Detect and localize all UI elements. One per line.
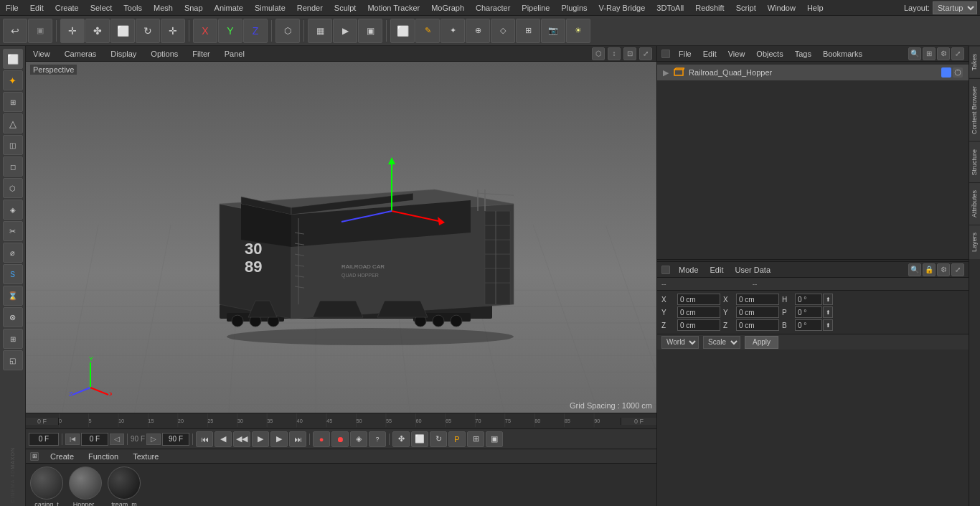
play-reverse-button[interactable]: ◀◀ (233, 431, 250, 447)
render-active-button[interactable]: ▶ (333, 19, 357, 43)
prev-keyframe-button[interactable]: |◀ (65, 434, 80, 445)
record-button[interactable]: ● (313, 431, 330, 447)
menu-select[interactable]: Select (85, 2, 118, 14)
character-button[interactable]: ◇ (491, 19, 515, 43)
obj-filter-button[interactable]: ⊞ (923, 47, 936, 60)
tool-5[interactable]: ◫ (3, 135, 23, 155)
menu-redshift[interactable]: Redshift (689, 2, 730, 14)
keyframe-sel-button[interactable]: ◈ (350, 431, 367, 447)
auto-key-button[interactable]: ⏺ (331, 431, 349, 447)
timeline-ruler[interactable]: 0 5 10 15 20 25 30 35 40 (59, 413, 621, 428)
tab-takes[interactable]: Takes (969, 46, 981, 78)
step-forward-button[interactable]: ▶ (270, 431, 288, 447)
transform-tool-button[interactable]: ✛ (161, 19, 185, 43)
menu-tools[interactable]: Tools (118, 2, 148, 14)
coord-b-arrow[interactable]: ⬆ (823, 319, 833, 331)
y-axis-button[interactable]: Y (218, 19, 242, 43)
viewport-ctrl-maximize[interactable]: ⤢ (639, 47, 652, 60)
tool-12[interactable]: ⌛ (3, 286, 23, 306)
rotate-tool-button[interactable]: ↻ (136, 19, 160, 43)
obj-menu-objects[interactable]: Objects (753, 49, 786, 59)
select-tool-button[interactable]: ✛ (60, 19, 85, 43)
attr-menu-userdata[interactable]: User Data (732, 265, 774, 275)
redo-button[interactable]: ▣ (28, 19, 52, 43)
menu-render[interactable]: Render (291, 2, 329, 14)
preview-start-field[interactable] (81, 433, 108, 446)
coord-p-arrow[interactable]: ⬆ (823, 306, 833, 318)
material-item-0[interactable]: casing_t (30, 467, 63, 506)
menu-sculpt[interactable]: Sculpt (329, 2, 362, 14)
go-start-button[interactable]: ⏮ (196, 431, 213, 447)
tool-11[interactable]: S (3, 264, 23, 284)
menu-snap[interactable]: Snap (179, 2, 209, 14)
step-back-button[interactable]: ◀ (215, 431, 232, 447)
viewport-menu-cameras[interactable]: Cameras (62, 48, 100, 60)
current-frame-field[interactable] (29, 433, 59, 446)
object-tag-gray[interactable] (953, 67, 963, 78)
undo-button[interactable]: ↩ (3, 19, 27, 43)
material-menu-function[interactable]: Function (85, 451, 121, 462)
menu-plugins[interactable]: Plugins (555, 2, 593, 14)
transport-tool-5[interactable]: ⊞ (467, 431, 484, 447)
viewport-ctrl-2[interactable]: ↕ (608, 47, 621, 60)
viewport-menu-filter[interactable]: Filter (189, 48, 212, 60)
menu-window[interactable]: Window (762, 2, 801, 14)
obj-expand-button[interactable]: ⤢ (951, 47, 964, 60)
go-end-button[interactable]: ⏭ (289, 431, 306, 447)
tab-content-browser[interactable]: Content Browser (969, 78, 981, 141)
tool-magnet[interactable]: ⊗ (3, 307, 23, 327)
mograph-button[interactable]: ⊕ (466, 19, 490, 43)
menu-pipeline[interactable]: Pipeline (516, 2, 555, 14)
move-tool-button[interactable]: ✤ (85, 19, 110, 43)
obj-menu-view[interactable]: View (725, 49, 748, 59)
z-axis-button[interactable]: Z (243, 19, 268, 43)
viewport-menu-options[interactable]: Options (148, 48, 181, 60)
fps-button[interactable]: ? (369, 431, 386, 447)
attr-search-button[interactable]: 🔍 (908, 263, 921, 276)
coord-z2-field[interactable] (736, 319, 779, 331)
tool-3[interactable]: ⊞ (3, 92, 23, 112)
attr-menu-mode[interactable]: Mode (676, 265, 702, 275)
viewport-ctrl-3[interactable]: ⊡ (623, 47, 636, 60)
cube-button[interactable]: ⬜ (390, 19, 415, 43)
tab-layers[interactable]: Layers (969, 225, 981, 259)
coord-h-field[interactable] (795, 294, 822, 305)
viewport-menu-view[interactable]: View (30, 48, 53, 60)
object-button[interactable]: ⬡ (275, 19, 300, 43)
coord-b-field[interactable] (795, 319, 822, 331)
material-item-1[interactable]: Hopper_ (69, 467, 102, 506)
coord-p-field[interactable] (795, 306, 822, 318)
tool-select[interactable]: ⬜ (3, 49, 23, 69)
transport-tool-1[interactable]: ✤ (392, 431, 410, 447)
menu-animate[interactable]: Animate (209, 2, 249, 14)
tool-7[interactable]: ⬡ (3, 178, 23, 198)
grid-button[interactable]: ⊞ (516, 19, 540, 43)
menu-vray[interactable]: V-Ray Bridge (593, 2, 651, 14)
tab-attributes[interactable]: Attributes (969, 182, 981, 225)
material-menu-texture[interactable]: Texture (130, 451, 161, 462)
obj-menu-edit[interactable]: Edit (700, 49, 720, 59)
frame-left-arrow[interactable]: ◁ (110, 434, 124, 445)
viewport-ctrl-1[interactable]: ⬡ (592, 47, 605, 60)
attr-settings-button[interactable]: ⚙ (937, 263, 950, 276)
play-button[interactable]: ▶ (252, 431, 269, 447)
tool-10[interactable]: ⌀ (3, 243, 23, 263)
transport-tool-4[interactable]: P (448, 431, 466, 447)
menu-motion-tracker[interactable]: Motion Tracker (362, 2, 425, 14)
menu-edit[interactable]: Edit (24, 2, 50, 14)
tool-14[interactable]: ⊞ (3, 329, 23, 349)
attr-expand-button[interactable]: ⤢ (951, 263, 964, 276)
layout-dropdown[interactable]: Startup (933, 1, 977, 14)
viewport-menu-panel[interactable]: Panel (222, 48, 248, 60)
sculpt-icon-button[interactable]: ✦ (440, 19, 465, 43)
coord-y2-field[interactable] (736, 306, 779, 318)
scale-tool-button[interactable]: ⬜ (110, 19, 135, 43)
obj-menu-file[interactable]: File (676, 49, 694, 59)
menu-help[interactable]: Help (801, 2, 829, 14)
menu-character[interactable]: Character (470, 2, 516, 14)
camera-button[interactable]: 📷 (541, 19, 565, 43)
transport-tool-3[interactable]: ↻ (430, 431, 447, 447)
render-button[interactable]: ▣ (358, 19, 382, 43)
attr-menu-edit[interactable]: Edit (707, 265, 727, 275)
paint-button[interactable]: ✎ (415, 19, 440, 43)
